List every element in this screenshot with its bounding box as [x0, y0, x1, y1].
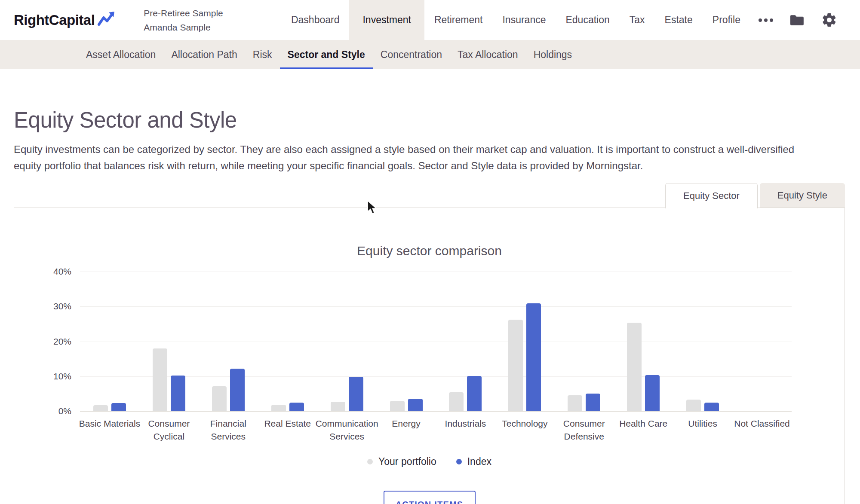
x-axis-label-energy: Energy [372, 417, 441, 430]
client-plan-name: Pre-Retiree Sample [144, 6, 223, 20]
top-nav: DashboardInvestmentRetirementInsuranceEd… [281, 0, 750, 40]
main-content: Equity Sector and Style Equity investmen… [0, 107, 860, 504]
bar-index-consumer-defensive[interactable] [586, 394, 600, 411]
x-axis-label-utilities: Utilities [668, 417, 737, 430]
legend-item-index[interactable]: Index [456, 456, 491, 467]
folder-icon[interactable] [781, 13, 813, 27]
gridline-40 [80, 272, 792, 272]
more-menu-icon[interactable] [750, 18, 781, 22]
gridline-0 [80, 411, 792, 412]
bar-chart-plot: 0%10%20%30%40%Basic MaterialsConsumer Cy… [80, 272, 792, 411]
legend-dot-index [456, 459, 462, 464]
bar-your-portfolio-real-estate[interactable] [271, 405, 286, 411]
legend-label-index: Index [467, 456, 491, 467]
nav-item-estate[interactable]: Estate [655, 0, 703, 40]
chart-title: Equity sector comparison [14, 244, 845, 258]
bar-index-energy[interactable] [408, 399, 423, 411]
subnav-item-asset-allocation[interactable]: Asset Allocation [78, 40, 163, 69]
logo-arrow-icon [97, 11, 116, 30]
bar-index-financial-services[interactable] [230, 369, 245, 411]
x-axis-label-financial-services: Financial Services [194, 417, 263, 443]
y-axis-label-30: 30% [41, 301, 71, 312]
chart-legend: Your portfolioIndex [14, 456, 845, 467]
x-axis-label-consumer-cyclical: Consumer Cyclical [135, 417, 203, 443]
bar-index-technology[interactable] [526, 303, 541, 411]
subnav-item-sector-and-style[interactable]: Sector and Style [280, 40, 373, 69]
nav-item-education[interactable]: Education [556, 0, 619, 40]
nav-item-profile[interactable]: Profile [703, 0, 750, 40]
y-axis-label-0: 0% [41, 406, 71, 416]
bar-index-consumer-cyclical[interactable] [171, 376, 185, 411]
bar-your-portfolio-energy[interactable] [390, 401, 405, 411]
bar-your-portfolio-utilities[interactable] [686, 400, 701, 411]
legend-item-your-portfolio[interactable]: Your portfolio [367, 456, 436, 467]
action-items-button[interactable]: ACTION ITEMS [384, 491, 476, 504]
rightcapital-logo[interactable]: RightCapital [14, 11, 116, 30]
nav-item-retirement[interactable]: Retirement [424, 0, 492, 40]
gridline-30 [80, 306, 792, 307]
bar-index-industrials[interactable] [467, 376, 482, 411]
subnav-item-risk[interactable]: Risk [245, 40, 280, 69]
legend-dot-your-portfolio [367, 459, 373, 464]
subnav-item-holdings[interactable]: Holdings [526, 40, 580, 69]
bar-your-portfolio-consumer-cyclical[interactable] [153, 348, 167, 411]
nav-item-tax[interactable]: Tax [620, 0, 655, 40]
bar-your-portfolio-basic-materials[interactable] [93, 405, 108, 411]
app-header: RightCapital Pre-Retiree Sample Amanda S… [0, 0, 860, 40]
settings-gear-icon[interactable] [813, 12, 845, 28]
subnav-item-concentration[interactable]: Concentration [373, 40, 450, 69]
tab-equity-sector[interactable]: Equity Sector [665, 183, 758, 208]
tab-equity-style[interactable]: Equity Style [760, 183, 845, 208]
bar-index-basic-materials[interactable] [111, 403, 126, 411]
bar-index-health-care[interactable] [645, 375, 660, 412]
x-axis-label-industrials: Industrials [431, 417, 500, 430]
bar-index-communication-services[interactable] [349, 377, 363, 411]
bar-your-portfolio-health-care[interactable] [627, 323, 642, 411]
bar-your-portfolio-technology[interactable] [508, 320, 523, 411]
bar-your-portfolio-consumer-defensive[interactable] [568, 395, 582, 411]
client-info[interactable]: Pre-Retiree Sample Amanda Sample [144, 6, 223, 34]
equity-sector-chart-card: Equity sector comparison 0%10%20%30%40%B… [14, 208, 845, 504]
x-axis-label-not-classified: Not Classified [728, 417, 796, 430]
x-axis-label-communication-services: Communication Services [313, 417, 381, 443]
x-axis-label-basic-materials: Basic Materials [75, 417, 144, 430]
page-description: Equity investments can be categorized by… [14, 141, 810, 174]
y-axis-label-20: 20% [41, 336, 71, 347]
logo-text: RightCapital [14, 12, 95, 28]
bar-index-utilities[interactable] [704, 403, 719, 411]
gridline-10 [80, 376, 792, 377]
subnav-item-allocation-path[interactable]: Allocation Path [163, 40, 245, 69]
bar-index-real-estate[interactable] [289, 403, 304, 411]
bar-your-portfolio-financial-services[interactable] [212, 386, 227, 411]
page-title: Equity Sector and Style [14, 107, 860, 133]
nav-item-investment[interactable]: Investment [349, 0, 424, 40]
bar-your-portfolio-industrials[interactable] [449, 392, 464, 411]
ellipsis-icon [759, 18, 773, 22]
y-axis-label-10: 10% [41, 371, 71, 382]
x-axis-label-real-estate: Real Estate [253, 417, 322, 430]
nav-item-insurance[interactable]: Insurance [492, 0, 556, 40]
investment-subnav: Asset AllocationAllocation PathRiskSecto… [0, 40, 860, 69]
client-person-name: Amanda Sample [144, 20, 223, 34]
y-axis-label-40: 40% [41, 266, 71, 277]
bar-your-portfolio-communication-services[interactable] [331, 402, 345, 411]
x-axis-label-consumer-defensive: Consumer Defensive [550, 417, 618, 443]
x-axis-label-health-care: Health Care [609, 417, 678, 430]
chart-tab-row: Equity SectorEquity Style [0, 183, 845, 208]
legend-label-your-portfolio: Your portfolio [378, 456, 436, 467]
gridline-20 [80, 342, 792, 342]
subnav-item-tax-allocation[interactable]: Tax Allocation [450, 40, 526, 69]
x-axis-label-technology: Technology [490, 417, 559, 430]
nav-item-dashboard[interactable]: Dashboard [281, 0, 350, 40]
